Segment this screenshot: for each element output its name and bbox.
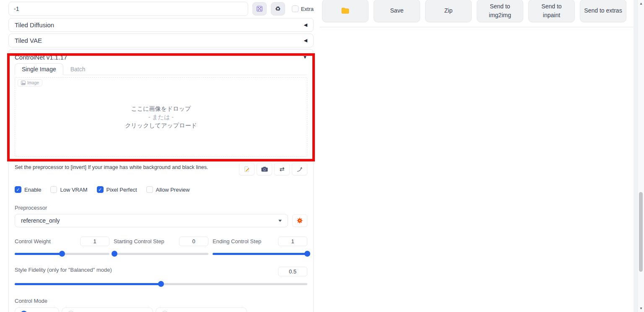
preprocessor-note-row: Set the preprocessor to [invert] If your… — [15, 163, 307, 175]
send-dimensions-button[interactable] — [292, 163, 307, 175]
new-canvas-button[interactable] — [239, 163, 254, 175]
checkbox-label: Pixel Perfect — [106, 187, 137, 193]
starting-step-group: Starting Control Step — [114, 237, 208, 257]
low-vram-checkbox[interactable]: ✓ Low VRAM — [50, 186, 87, 193]
checkbox-icon: ✓ — [50, 186, 57, 193]
checkbox-icon: ✓ — [15, 186, 21, 193]
recycle-icon: ♻ — [275, 5, 280, 13]
seed-input[interactable] — [8, 2, 248, 16]
preprocessor-value: reference_only — [21, 217, 60, 224]
radio-controlnet-important[interactable]: ControlNet is more important — [156, 307, 247, 312]
radio-prompt-important[interactable]: My prompt is more important — [62, 307, 153, 312]
chevron-down-icon — [278, 220, 282, 222]
checkbox-label: Allow Preview — [156, 187, 190, 193]
tab-label: Batch — [70, 66, 86, 73]
enable-checkbox[interactable]: ✓ Enable — [15, 186, 41, 193]
zip-button[interactable]: Zip — [425, 0, 472, 22]
tab-single-image[interactable]: Single Image — [15, 63, 63, 75]
checkbox-label: Enable — [24, 187, 41, 193]
mirror-webcam-button[interactable]: ⇄ — [274, 163, 290, 175]
open-folder-button[interactable] — [322, 0, 369, 22]
slider-thumb[interactable] — [112, 251, 117, 257]
control-weight-label: Control Weight — [15, 238, 51, 244]
send-dimensions-icon — [296, 166, 303, 172]
chevron-collapsed-icon: ◀ — [304, 38, 307, 43]
accordion-label: Tiled Diffusion — [15, 21, 54, 29]
accordion-label: Tiled VAE — [15, 37, 42, 44]
style-fidelity-label: Style Fidelity (only for "Balanced" mode… — [15, 267, 112, 273]
pixel-perfect-checkbox[interactable]: ✓ Pixel Perfect — [97, 186, 137, 193]
dice-icon — [256, 5, 263, 12]
chevron-collapsed-icon: ◀ — [304, 22, 307, 28]
control-weight-group: Control Weight — [15, 237, 109, 257]
checkbox-label: Low VRAM — [60, 187, 87, 193]
tab-batch[interactable]: Batch — [63, 63, 93, 75]
explosion-icon — [296, 217, 303, 224]
style-fidelity-slider[interactable] — [15, 281, 307, 287]
starting-step-input[interactable] — [179, 237, 208, 246]
checkbox-icon: ✓ — [97, 186, 104, 193]
scroll-down-icon[interactable]: ▼ — [638, 307, 644, 310]
ending-step-label: Ending Control Step — [213, 238, 261, 244]
chevron-expanded-icon: ▼ — [303, 55, 307, 60]
result-area-divider — [319, 27, 634, 27]
accordion-tiled-vae[interactable]: Tiled VAE ◀ — [8, 34, 314, 47]
mirror-webcam-icon: ⇄ — [280, 166, 285, 172]
slider-thumb[interactable] — [304, 251, 310, 257]
tab-label: Single Image — [22, 66, 56, 73]
webcam-button[interactable] — [257, 163, 272, 175]
image-chip: Image — [18, 79, 42, 86]
starting-step-label: Starting Control Step — [114, 238, 164, 244]
dropzone-instructions: ここに画像をドロップ - または - クリックしてアップロード — [125, 104, 197, 130]
ending-step-group: Ending Control Step — [213, 237, 307, 257]
image-icon — [21, 81, 26, 85]
control-mode-group: Control Mode Balanced My prompt is more … — [15, 298, 307, 312]
canvas-tool-buttons: ⇄ — [239, 163, 307, 175]
drop-line1: ここに画像をドロップ — [125, 104, 197, 113]
drop-line3: クリックしてアップロード — [125, 121, 197, 130]
generation-settings-pane: ♻ ✓ Extra Tiled Diffusion ◀ Tiled VAE ◀ … — [8, 2, 314, 312]
starting-step-slider[interactable] — [114, 251, 208, 257]
accordion-label: ControlNet v1.1.17 — [15, 54, 67, 61]
folder-icon — [341, 8, 349, 14]
radio-balanced[interactable]: Balanced — [15, 307, 59, 312]
result-toolbar: Save Zip Send to img2img Send to inpaint… — [322, 0, 626, 22]
ending-step-slider[interactable] — [213, 251, 307, 257]
style-fidelity-input[interactable] — [278, 267, 307, 276]
reuse-seed-button[interactable]: ♻ — [271, 2, 285, 16]
preprocessor-label: Preprocessor — [15, 205, 307, 211]
control-weight-input[interactable] — [80, 237, 109, 246]
send-to-extras-button[interactable]: Send to extras — [580, 0, 626, 22]
checkbox-icon: ✓ — [292, 5, 299, 12]
accordion-controlnet[interactable]: ControlNet v1.1.17 ▼ — [15, 52, 307, 62]
control-step-sliders: Control Weight Starting Control Step — [15, 237, 307, 257]
slider-thumb[interactable] — [158, 281, 164, 287]
ending-step-input[interactable] — [278, 237, 307, 246]
slider-thumb[interactable] — [59, 251, 65, 257]
new-canvas-icon — [244, 166, 250, 172]
controlnet-tabbar: Single Image Batch — [15, 63, 307, 75]
scroll-up-icon[interactable]: ▲ — [638, 2, 644, 5]
accordion-tiled-diffusion[interactable]: Tiled Diffusion ◀ — [8, 18, 314, 32]
seed-row: ♻ ✓ Extra — [8, 2, 314, 16]
save-button[interactable]: Save — [374, 0, 420, 22]
preprocessor-dropdown[interactable]: reference_only — [15, 214, 288, 227]
send-to-inpaint-button[interactable]: Send to inpaint — [528, 0, 575, 22]
controlnet-panel: ControlNet v1.1.17 ▼ Single Image Batch … — [8, 49, 314, 312]
image-chip-label: Image — [27, 81, 39, 85]
random-seed-button[interactable] — [252, 2, 267, 16]
scrollbar-thumb[interactable] — [639, 192, 643, 272]
invert-note: Set the preprocessor to [invert] If your… — [15, 163, 208, 170]
checkbox-icon: ✓ — [146, 186, 153, 193]
send-to-img2img-button[interactable]: Send to img2img — [477, 0, 523, 22]
unit-options-row: ✓ Enable ✓ Low VRAM ✓ Pixel Perfect ✓ Al… — [15, 186, 307, 193]
allow-preview-checkbox[interactable]: ✓ Allow Preview — [146, 186, 190, 193]
control-weight-slider[interactable] — [15, 251, 109, 257]
extra-seed-checkbox[interactable]: ✓ Extra — [292, 5, 314, 12]
image-upload-dropzone[interactable]: Image ここに画像をドロップ - または - クリックしてアップロード — [15, 77, 307, 157]
webcam-icon — [261, 166, 268, 172]
scroll-gutter — [634, 0, 637, 312]
style-fidelity-group: Style Fidelity (only for "Balanced" mode… — [15, 267, 307, 287]
page-scrollbar[interactable]: ▲ ▼ — [637, 0, 644, 312]
run-preprocessor-button[interactable] — [292, 214, 307, 227]
